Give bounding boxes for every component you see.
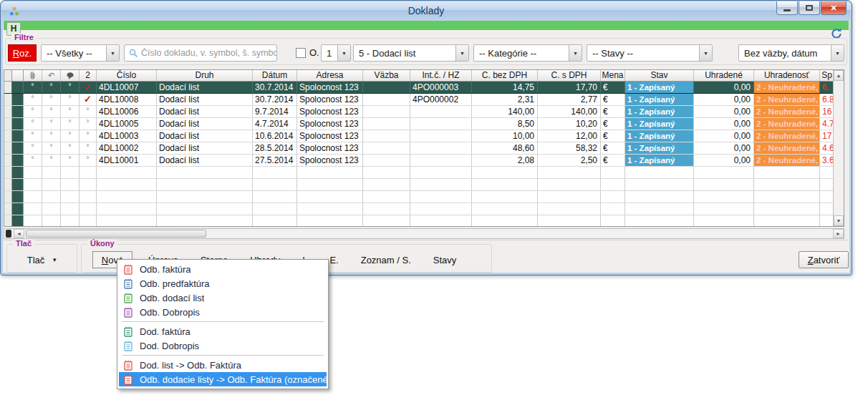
document-icon [123,293,133,303]
table-header: ↶2ČísloDruhDátumAdresaVäzbaInt.č. / HZC.… [4,70,833,82]
minimize-button[interactable] [776,1,798,15]
table-row[interactable]: °°°°4DL10002Dodací list28.5.2014Spolocno… [4,142,833,155]
document-icon [123,278,133,289]
menu-separator [122,321,324,322]
print-button[interactable]: Tlač ▼ [14,251,71,268]
maximize-button[interactable] [799,1,820,15]
scope-select[interactable]: -- Všetky -- ▼ [41,44,120,62]
chevron-down-icon: ▼ [831,45,844,61]
column-header-bezdph[interactable]: C. bez DPH [472,70,538,81]
minimize-icon [783,9,791,11]
menu-item[interactable]: Odb. predfaktúra [119,276,327,291]
column-header-clip[interactable] [24,70,42,81]
paperclip-icon [29,71,37,80]
empty-row [4,215,833,226]
column-header-sp[interactable]: Sp [820,70,833,81]
menu-item[interactable]: Odb. dodacie listy -> Odb. Faktúra (ozna… [119,372,327,386]
table-row[interactable]: °°°✓4DL10007Dodací list30.7.2014Spolocno… [4,82,833,94]
document-icon [123,341,133,351]
column-header-druh[interactable]: Druh [157,70,253,81]
filters-group-label: Filtre [11,33,37,42]
chevron-down-icon: ▼ [699,45,712,61]
column-header-ball[interactable] [61,70,79,81]
table-body: °°°✓4DL10007Dodací list30.7.2014Spolocno… [4,82,833,226]
doklady-window: Doklady ✕ H Filtre Roz. -- Všetky -- ▼ [0,0,852,275]
column-header-two[interactable]: 2 [79,70,97,81]
column-header-mena[interactable]: Mena [601,70,625,81]
close-icon: ✕ [830,4,836,13]
column-header-vazba[interactable]: Väzba [363,70,410,81]
chevron-down-icon: ▼ [337,45,350,61]
scroll-down-button[interactable]: ▼ [834,215,844,226]
table-row[interactable]: °°°°4DL10006Dodací list9.7.2014Spolocnos… [4,106,833,118]
search-input[interactable] [141,48,276,58]
titlebar[interactable]: Doklady ✕ [1,1,851,21]
column-header-undo[interactable]: ↶ [42,70,61,81]
category-select[interactable]: -- Kategórie -- ▼ [473,44,582,62]
column-header-box [4,70,12,81]
binding-select[interactable]: Bez väzby, dátum ▼ [738,44,844,62]
table-row[interactable]: °°°°4DL10001Dodací list27.5.2014Spolocno… [4,155,833,167]
doctype-select[interactable]: 5 - Dodací list ▼ [353,44,469,62]
scroll-up-button[interactable]: ▲ [834,70,844,81]
menu-item[interactable]: Dod. Dobropis [119,338,327,353]
column-header-sdph[interactable]: C. s DPH [538,70,601,81]
empty-row [4,203,833,215]
dropdown-arrow-icon: ▼ [52,257,57,263]
menu-item[interactable]: Odb. dodací list [119,291,327,305]
table-row[interactable]: °°°✓4DL10008Dodací list30.7.2014Spolocno… [4,94,833,106]
horizontal-scrollbar[interactable]: ◄ ► [4,228,844,239]
column-header-adresa[interactable]: Adresa [297,70,363,81]
column-header-uhradene[interactable]: Uhradené [694,70,754,81]
document-icon [123,307,133,318]
roz-button[interactable]: Roz. [8,44,37,62]
list-button[interactable]: Zoznam / S. [355,251,418,268]
menu-item[interactable]: Odb. faktúra [119,262,327,276]
zatvorit-button[interactable]: Zatvoriť [799,251,849,268]
menu-item[interactable]: Dod. faktúra [119,324,327,338]
toolbar-separator [4,240,849,240]
checkmark-icon: ✓ [79,94,97,105]
o-checkbox-label: O. [309,47,319,58]
states-select[interactable]: -- Stavy -- ▼ [587,44,713,62]
splitter-handle[interactable] [6,230,11,238]
column-header-cislo[interactable]: Číslo [97,70,157,81]
chevron-down-icon: ▼ [106,45,119,61]
chevron-down-icon: ▼ [455,45,468,61]
undo-icon: ↶ [48,70,54,81]
states-button[interactable]: Stavy [427,251,463,268]
empty-row [4,191,833,203]
print-group-label: Tlač [13,239,34,248]
scroll-left-button[interactable]: ◄ [14,229,24,238]
document-icon [123,374,133,385]
actions-group-label: Úkony [87,239,117,248]
document-icon [123,264,133,275]
count-select[interactable]: 1 ▼ [321,44,351,62]
empty-row [4,179,833,191]
document-icon [123,326,133,337]
table-row[interactable]: °°°°4DL10005Dodací list4.7.2014Spolocnos… [4,118,833,130]
o-checkbox[interactable] [296,48,306,58]
column-header-intc[interactable]: Int.č. / HZ [410,70,472,81]
close-button[interactable]: ✕ [821,1,847,15]
search-icon [128,48,138,58]
maximize-icon [806,5,813,11]
speech-balloon-icon [66,72,74,80]
column-header-datum[interactable]: Dátum [253,70,297,81]
document-search [124,44,277,62]
column-header-uhradenost[interactable]: Uhradenosť [754,70,820,81]
menu-item[interactable]: Odb. Dobropis [119,305,327,319]
chevron-down-icon: ▼ [569,45,582,61]
window-title: Doklady [1,5,851,16]
accent-bar [4,21,849,30]
context-menu: Odb. faktúraOdb. predfaktúraOdb. dodací … [117,259,329,389]
checkmark-icon: ✓ [79,82,97,93]
column-header-stav[interactable]: Stav [625,70,694,81]
screen: Doklady ✕ H Filtre Roz. -- Všetky -- ▼ [0,0,868,400]
scrollbar-thumb[interactable] [26,230,206,238]
scroll-right-button[interactable]: ► [833,229,844,238]
table-row[interactable]: °°°°4DL10003Dodací list10.6.2014Spolocno… [4,130,833,142]
menu-item[interactable]: Dod. list -> Odb. Faktúra [119,358,327,372]
empty-row [4,167,833,179]
vertical-scrollbar[interactable]: ▲ ▼ [833,70,844,226]
